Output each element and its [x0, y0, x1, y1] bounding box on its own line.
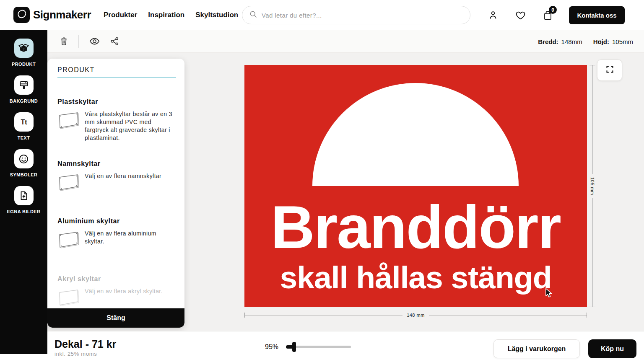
package-icon [14, 39, 34, 58]
sidebar-item-symboler[interactable]: SYMBOLER [0, 149, 47, 177]
panel-title-underline [57, 77, 176, 78]
vat-note: inkl. 25% moms [55, 351, 97, 357]
height-dimension-guide: 105 mm [586, 65, 599, 307]
height-readout: Höjd:105mm [593, 38, 633, 45]
fullscreen-icon [605, 65, 614, 75]
paintbrush-icon [14, 75, 34, 95]
product-panel: PRODUKT Plastskyltar Våra plastskyltar b… [47, 59, 184, 328]
bottom-action-bar: Dekal - 71 kr inkl. 25% moms 95% Lägg i … [0, 331, 644, 362]
zoom-level-label: 95% [265, 343, 278, 351]
toolbar-divider [78, 35, 79, 48]
smiley-icon [14, 149, 34, 168]
delete-trash-icon[interactable] [57, 35, 70, 48]
cart-count-badge: 0 [549, 6, 557, 14]
svg-text:Tt: Tt [21, 119, 27, 126]
product-price: Dekal - 71 kr [55, 338, 116, 350]
editor-sidebar: PRODUKT BAKGRUND Tt TEXT SYMBOLER EGNA B… [0, 30, 47, 354]
sign-thumbnail-icon [57, 230, 79, 251]
width-readout: Bredd:148mm [538, 38, 582, 45]
nav-item-skyltstudion[interactable]: Skyltstudion [195, 11, 238, 19]
favorites-heart-icon[interactable] [514, 9, 526, 21]
brand-name: Signmakerr [33, 8, 91, 21]
zoom-slider[interactable] [286, 342, 351, 352]
sign-dimensions-readout: Bredd:148mm Höjd:105mm [538, 30, 633, 53]
nav-item-inspiration[interactable]: Inspiration [148, 11, 184, 19]
panel-close-button[interactable]: Stäng [47, 308, 184, 328]
sidebar-item-produkt[interactable]: PRODUKT [0, 39, 47, 67]
product-item-aluminium-skyltar[interactable]: Aluminium skyltar Välj en av flera alumi… [57, 217, 174, 251]
sign-dome-shape[interactable] [312, 83, 519, 186]
sign-thumbnail-icon [57, 287, 79, 308]
height-dimension-label: 105 mm [590, 174, 595, 199]
brand-logo[interactable]: Signmakerr [13, 7, 91, 23]
cart-bag-icon[interactable]: 0 [542, 9, 553, 21]
product-list: Plastskyltar Våra plastskyltar består av… [47, 98, 184, 308]
preview-eye-icon[interactable] [88, 35, 101, 48]
sign-design-canvas[interactable]: Branddörr skall hållas stängd [244, 65, 587, 307]
width-dimension-label: 148 mm [402, 313, 429, 318]
panel-title: PRODUKT [47, 59, 184, 77]
contact-button[interactable]: Kontakta oss [569, 6, 625, 24]
text-icon: Tt [14, 112, 34, 132]
top-header: Signmakerr Produkter Inspiration Skyltst… [0, 0, 644, 30]
buy-now-button[interactable]: Köp nu [588, 339, 636, 358]
account-icon[interactable] [487, 9, 499, 21]
sign-text-line2[interactable]: skall hållas stängd [244, 260, 587, 295]
zoom-slider-handle[interactable] [292, 342, 296, 352]
product-item-akryl-skyltar[interactable]: Akryl skyltar Välj en av flera akryl sky… [57, 275, 174, 308]
add-to-cart-button[interactable]: Lägg i varukorgen [493, 339, 580, 358]
search-bar[interactable] [242, 6, 470, 24]
product-item-plastskyltar[interactable]: Plastskyltar Våra plastskyltar består av… [57, 98, 174, 142]
sidebar-item-text[interactable]: Tt TEXT [0, 112, 47, 140]
logo-mark [13, 7, 30, 23]
fullscreen-button[interactable] [597, 59, 622, 81]
sidebar-item-egna-bilder[interactable]: EGNA BILDER [0, 186, 47, 214]
product-item-namnskyltar[interactable]: Namnskyltar Välj en av flera namnskyltar [57, 160, 174, 193]
nav-item-produkter[interactable]: Produkter [104, 11, 137, 19]
sign-thumbnail-icon [57, 172, 79, 193]
width-dimension-guide: 148 mm [244, 312, 587, 318]
blob-logo-icon [16, 8, 28, 22]
app-root: Signmakerr Produkter Inspiration Skyltst… [0, 0, 644, 362]
main-nav: Produkter Inspiration Skyltstudion [104, 0, 238, 30]
editor-toolbar: Bredd:148mm Höjd:105mm [0, 30, 644, 53]
share-icon[interactable] [108, 35, 121, 48]
upload-image-icon [14, 186, 34, 205]
zoom-control: 95% [265, 331, 351, 362]
sidebar-item-bakgrund[interactable]: BAKGRUND [0, 75, 47, 103]
sign-text-line1[interactable]: Branddörr [244, 194, 587, 261]
search-input[interactable] [262, 12, 463, 19]
sign-thumbnail-icon [57, 110, 79, 131]
search-icon [249, 10, 257, 20]
